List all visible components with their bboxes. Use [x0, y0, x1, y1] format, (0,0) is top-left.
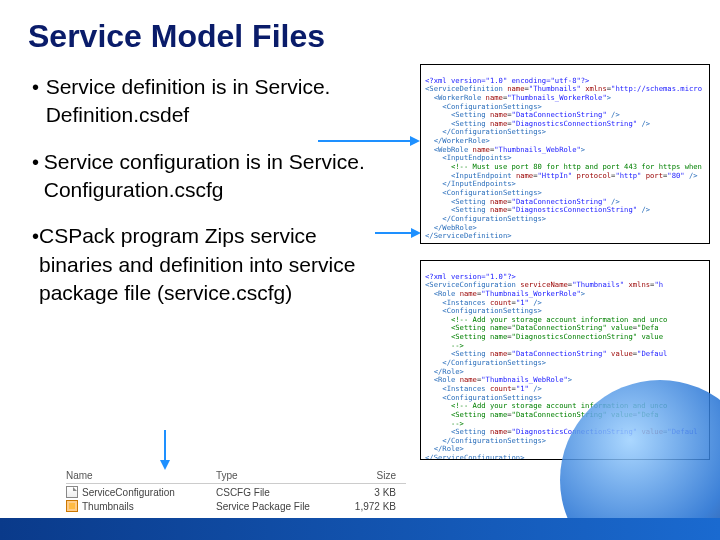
bullet-dot: • — [32, 148, 44, 205]
bullet-text: CSPack program Zips service binaries and… — [39, 222, 370, 307]
file-row: Thumbnails Service Package File 1,972 KB — [66, 498, 406, 512]
arrow-to-cscfg — [375, 232, 411, 234]
file-name: ServiceConfiguration — [82, 487, 175, 498]
code-line: <?xml version="1.0" encoding="utf-8"?> — [425, 76, 589, 85]
footer-bar — [0, 518, 720, 540]
file-list-header: Name Type Size — [66, 470, 406, 484]
csdef-code-box: <?xml version="1.0" encoding="utf-8"?> <… — [420, 64, 710, 244]
file-size: 1,972 KB — [326, 501, 396, 512]
bullet-item: • Service definition is in Service.​Defi… — [32, 73, 370, 130]
package-file-icon — [66, 500, 78, 512]
slide-title: Service Model Files — [0, 0, 720, 65]
bullet-text: Service definition is in Service.​Defini… — [46, 73, 370, 130]
file-type: CSCFG File — [216, 487, 326, 498]
col-size: Size — [326, 470, 396, 481]
arrow-to-filelist — [164, 430, 166, 460]
xml-file-icon — [66, 486, 78, 498]
code-line: <ServiceDefinition — [425, 84, 503, 93]
bullet-list: • Service definition is in Service.​Defi… — [0, 65, 370, 307]
bullet-text: Service configuration is in Service.​Con… — [44, 148, 370, 205]
file-size: 3 KB — [326, 487, 396, 498]
file-list: Name Type Size ServiceConfiguration CSCF… — [66, 470, 406, 512]
arrow-to-csdef — [318, 140, 410, 142]
file-row: ServiceConfiguration CSCFG File 3 KB — [66, 484, 406, 498]
bullet-item: • CSPack program Zips service binaries a… — [32, 222, 370, 307]
file-type: Service Package File — [216, 501, 326, 512]
bullet-dot: • — [32, 73, 46, 130]
col-type: Type — [216, 470, 326, 481]
file-name: Thumbnails — [82, 501, 134, 512]
bullet-item: • Service configuration is in Service.​C… — [32, 148, 370, 205]
col-name: Name — [66, 470, 216, 481]
bullet-dot: • — [32, 222, 39, 307]
